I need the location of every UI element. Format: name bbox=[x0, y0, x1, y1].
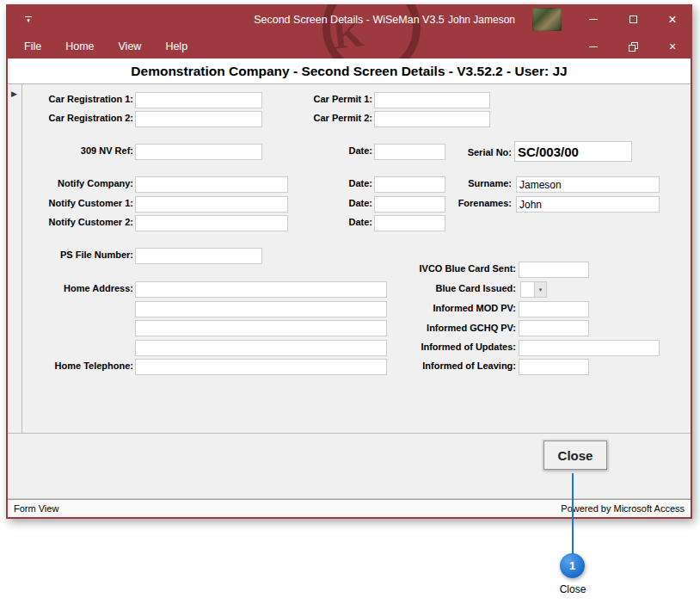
doc-close-button[interactable]: × bbox=[653, 34, 692, 59]
user-avatar[interactable] bbox=[532, 8, 562, 31]
field-input-notify-company[interactable] bbox=[135, 176, 288, 193]
field-label-notify-customer-1: Notify Customer 1: bbox=[25, 198, 133, 209]
field-label-home-address: Home Address: bbox=[25, 283, 133, 294]
minimize-icon bbox=[589, 19, 598, 20]
field-input-home-address-4[interactable] bbox=[135, 340, 387, 356]
form-body: ▶ Car Registration 1: Car Permit 1: Car … bbox=[8, 84, 691, 434]
field-input-309-nv-ref[interactable] bbox=[135, 144, 262, 160]
field-input-home-address-2[interactable] bbox=[135, 301, 387, 317]
quick-access-dropdown-icon[interactable]: ▾ bbox=[25, 16, 32, 23]
menu-help[interactable]: Help bbox=[153, 34, 200, 59]
field-label-informed-of-updates: Informed of Updates: bbox=[378, 342, 516, 353]
titlebar: ▾ Second Screen Details - WiSeMan V3.5 J… bbox=[6, 4, 692, 34]
field-input-forenames[interactable] bbox=[516, 196, 660, 213]
field-label-informed-mod-pv: Informed MOD PV: bbox=[378, 303, 516, 314]
menu-home[interactable]: Home bbox=[53, 34, 106, 59]
window-header: K ▾ Second Screen Details - WiSeMan V3.5… bbox=[6, 4, 692, 59]
field-input-notify-customer-2[interactable] bbox=[135, 215, 288, 231]
field-label-notify-company: Notify Company: bbox=[25, 178, 133, 189]
field-input-home-telephone[interactable] bbox=[135, 359, 387, 375]
field-input-informed-gchq-pv[interactable] bbox=[519, 320, 589, 336]
callout-line bbox=[572, 473, 574, 556]
field-label-informed-of-leaving: Informed of Leaving: bbox=[378, 360, 516, 372]
field-input-serial-no[interactable] bbox=[514, 141, 632, 162]
field-label-car-registration-1: Car Registration 1: bbox=[25, 94, 133, 105]
field-input-car-registration-2[interactable] bbox=[135, 111, 262, 127]
field-input-home-address-1[interactable] bbox=[135, 281, 387, 298]
combo-value bbox=[521, 282, 534, 297]
status-bar-right: Powered by Microsoft Access bbox=[561, 503, 685, 514]
field-input-car-registration-1[interactable] bbox=[135, 92, 262, 108]
restore-icon bbox=[629, 42, 638, 52]
menu-view[interactable]: View bbox=[107, 34, 154, 59]
titlebar-right: John Jameson × bbox=[448, 4, 692, 34]
page: K ▾ Second Screen Details - WiSeMan V3.5… bbox=[0, 0, 700, 610]
field-label-ivco-blue-card-sent: IVCO Blue Card Sent: bbox=[378, 263, 516, 274]
field-input-car-permit-1[interactable] bbox=[374, 92, 490, 108]
record-selector[interactable]: ▶ bbox=[8, 84, 22, 433]
status-bar: Form View Powered by Microsoft Access bbox=[8, 499, 691, 517]
field-label-car-permit-1: Car Permit 1: bbox=[292, 94, 372, 105]
document-window-controls: × bbox=[574, 34, 692, 59]
menu-file[interactable]: File bbox=[12, 34, 53, 59]
field-label-notify-customer-2: Notify Customer 2: bbox=[25, 217, 133, 228]
app-window: K ▾ Second Screen Details - WiSeMan V3.5… bbox=[6, 4, 692, 519]
minimize-icon bbox=[589, 46, 598, 47]
field-label-notify-customer-2-date: Date: bbox=[292, 217, 372, 228]
callout-label: Close bbox=[530, 583, 616, 595]
field-input-informed-mod-pv[interactable] bbox=[519, 301, 589, 317]
field-input-car-permit-2[interactable] bbox=[374, 111, 490, 127]
form-header-title: Demonstration Company - Second Screen De… bbox=[8, 59, 691, 84]
close-button[interactable]: Close bbox=[543, 441, 607, 470]
field-label-309-nv-ref: 309 NV Ref: bbox=[25, 145, 133, 157]
field-input-informed-of-updates[interactable] bbox=[519, 340, 660, 356]
field-label-forenames: Forenames: bbox=[434, 198, 512, 209]
doc-restore-button[interactable] bbox=[613, 34, 653, 59]
field-input-notify-customer-1[interactable] bbox=[135, 196, 288, 213]
field-input-ps-file-number[interactable] bbox=[135, 248, 262, 264]
field-input-informed-of-leaving[interactable] bbox=[519, 359, 589, 375]
field-label-ps-file-number: PS File Number: bbox=[25, 250, 133, 261]
field-input-ivco-blue-card-sent[interactable] bbox=[519, 262, 589, 278]
field-label-notify-customer-1-date: Date: bbox=[292, 198, 372, 209]
callout-step-badge: 1 bbox=[560, 553, 585, 578]
field-label-home-telephone: Home Telephone: bbox=[25, 360, 133, 372]
field-label-blue-card-issued: Blue Card Issued: bbox=[378, 283, 516, 294]
field-label-informed-gchq-pv: Informed GCHQ PV: bbox=[378, 323, 516, 334]
form-footer: Close bbox=[8, 434, 691, 499]
field-label-car-registration-2: Car Registration 2: bbox=[25, 113, 133, 124]
maximize-icon bbox=[629, 15, 637, 23]
field-combo-blue-card-issued[interactable]: ▾ bbox=[520, 281, 547, 298]
field-label-surname: Surname: bbox=[434, 178, 512, 189]
chevron-down-icon: ▾ bbox=[27, 18, 30, 23]
close-window-button[interactable]: × bbox=[653, 4, 692, 34]
close-icon: × bbox=[668, 13, 676, 27]
field-label-serial-no: Serial No: bbox=[434, 147, 512, 158]
field-label-nv-ref-date: Date: bbox=[292, 145, 372, 157]
menubar: File Home View Help × bbox=[6, 34, 692, 59]
field-label-car-permit-2: Car Permit 2: bbox=[292, 113, 372, 124]
status-bar-left: Form View bbox=[14, 503, 58, 514]
window-content: Demonstration Company - Second Screen De… bbox=[8, 59, 691, 517]
callout-number: 1 bbox=[569, 559, 575, 572]
field-input-notify-customer-2-date[interactable] bbox=[374, 215, 445, 231]
chevron-down-icon: ▾ bbox=[534, 282, 546, 297]
doc-minimize-button[interactable] bbox=[574, 34, 613, 59]
maximize-button[interactable] bbox=[613, 4, 653, 34]
user-name: John Jameson bbox=[448, 14, 515, 26]
close-icon: × bbox=[669, 40, 676, 53]
field-input-surname[interactable] bbox=[516, 176, 660, 193]
record-arrow-icon: ▶ bbox=[11, 89, 17, 98]
field-label-notify-company-date: Date: bbox=[292, 178, 372, 189]
minimize-button[interactable] bbox=[574, 4, 613, 34]
field-input-home-address-3[interactable] bbox=[135, 320, 387, 336]
